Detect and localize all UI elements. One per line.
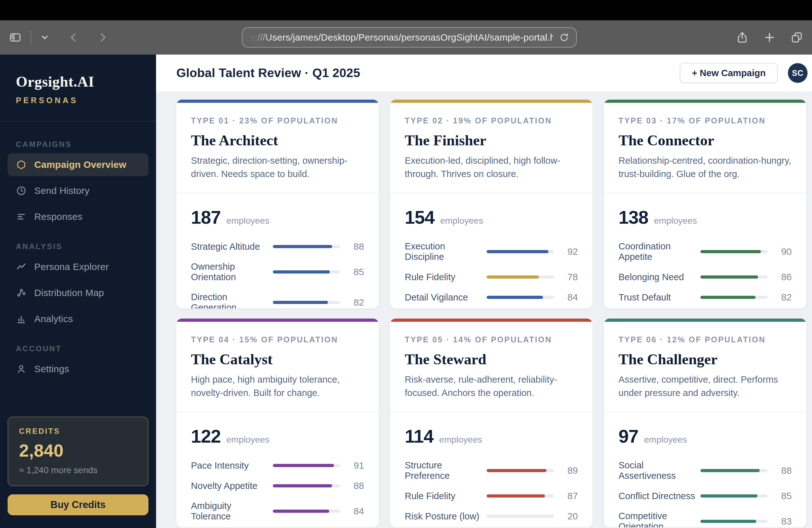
- card-header: TYPE 05 · 14% OF POPULATION The Steward …: [390, 322, 593, 412]
- hexagon-icon: [16, 159, 27, 170]
- card-title: The Catalyst: [191, 351, 364, 368]
- employee-count-row: 122 employees: [191, 426, 364, 447]
- sidebar-item-analytics[interactable]: Analytics: [8, 308, 148, 330]
- metric-label: Coordination Appetite: [619, 241, 698, 262]
- employee-count: 114: [405, 426, 434, 447]
- employee-count-suffix: employees: [654, 216, 697, 226]
- new-campaign-button[interactable]: + New Campaign: [680, 63, 778, 83]
- share-icon[interactable]: [736, 31, 749, 44]
- metric-bar-fill: [487, 469, 547, 472]
- metric-row: Execution Discipline 92: [405, 241, 578, 262]
- sidebar-item-send-history[interactable]: Send History: [8, 179, 148, 202]
- card-accent-bar: [176, 318, 379, 322]
- forward-icon[interactable]: [97, 31, 109, 44]
- card-title: The Architect: [191, 132, 364, 149]
- metric-label: Novelty Appetite: [191, 481, 271, 491]
- card-title: The Challenger: [619, 351, 792, 368]
- metric-label: Direction Generation: [191, 292, 271, 309]
- sidebar-item-persona-explorer[interactable]: Persona Explorer: [8, 255, 148, 278]
- metrics-list: Execution Discipline 92 Rule Fidelity 78…: [405, 241, 578, 309]
- sidebar-item-campaign-overview[interactable]: Campaign Overview: [8, 153, 148, 176]
- metric-row: Rule Fidelity 87: [405, 490, 578, 501]
- metrics-list: Strategic Altitude 88 Ownership Orientat…: [191, 241, 364, 309]
- card-accent-bar: [604, 100, 806, 103]
- metric-bar-fill: [700, 520, 756, 523]
- metric-label: Conflict Directness: [619, 491, 698, 501]
- avatar[interactable]: SC: [788, 63, 808, 83]
- sidebar-item-label: Persona Explorer: [34, 261, 109, 272]
- employee-count-row: 97 employees: [619, 426, 792, 447]
- history-arrows: [67, 31, 109, 44]
- metric-value: 82: [345, 297, 364, 308]
- card-header: TYPE 04 · 15% OF POPULATION The Catalyst…: [176, 322, 379, 412]
- card-stats: 154 employees Execution Discipline 92 Ru…: [390, 192, 593, 309]
- employee-count-row: 114 employees: [405, 426, 578, 447]
- metric-bar-track: [487, 275, 554, 279]
- sidebar-item-label: Send History: [34, 185, 89, 196]
- metric-row: Competitive Orientation 83: [619, 511, 792, 527]
- main-header: Global Talent Review · Q1 2025 + New Cam…: [156, 55, 812, 91]
- card-stats: 114 employees Structure Preference 89 Ru…: [390, 412, 593, 527]
- metric-value: 87: [558, 490, 578, 501]
- metric-row: Belonging Need 86: [619, 272, 792, 282]
- sidebar-item-distribution-map[interactable]: Distribution Map: [8, 282, 148, 304]
- metric-bar-track: [487, 250, 554, 253]
- metric-label: Rule Fidelity: [405, 272, 485, 282]
- metric-row: Direction Generation 82: [191, 292, 364, 309]
- metric-label: Strategic Altitude: [191, 241, 271, 252]
- sidebar-item-settings[interactable]: Settings: [8, 358, 148, 381]
- metric-value: 86: [772, 272, 792, 282]
- employee-count-suffix: employees: [440, 216, 483, 226]
- sidebar-item-label: Responses: [34, 211, 83, 222]
- metric-label: Execution Discipline: [405, 241, 485, 262]
- back-icon[interactable]: [67, 31, 80, 44]
- metric-label: Belonging Need: [619, 272, 698, 282]
- buy-credits-button[interactable]: Buy Credits: [8, 494, 148, 515]
- scatter-icon: [16, 287, 27, 298]
- metric-bar-track: [273, 464, 340, 467]
- metric-bar-fill: [700, 275, 758, 279]
- metric-bar-track: [487, 515, 554, 518]
- metric-bar-fill: [700, 469, 760, 472]
- card-accent-bar: [604, 318, 806, 322]
- cards-grid: TYPE 01 · 23% OF POPULATION The Architec…: [156, 91, 812, 527]
- metric-bar-track: [700, 494, 768, 498]
- new-tab-icon[interactable]: [763, 31, 776, 44]
- nav-section: CAMPAIGNS Campaign Overview Send History…: [0, 140, 156, 228]
- employee-count-suffix: employees: [439, 435, 482, 445]
- card-accent-bar: [390, 100, 593, 103]
- sidebar-toggle-icon[interactable]: [9, 31, 21, 44]
- card-stats: 122 employees Pace Intensity 91 Novelty …: [176, 412, 379, 527]
- card-header: TYPE 01 · 23% OF POPULATION The Architec…: [176, 103, 379, 192]
- employee-count-suffix: employees: [227, 435, 269, 445]
- credits-box: CREDITS 2,840 ≈ 1,240 more sends: [8, 417, 148, 486]
- metric-value: 82: [772, 292, 792, 303]
- brand-block: Orgsight.AI PERSONAS: [0, 55, 156, 105]
- sidebar-divider: [0, 121, 156, 122]
- card-type-label: TYPE 04 · 15% OF POPULATION: [191, 335, 364, 344]
- sidebar-item-label: Analytics: [34, 314, 73, 324]
- metric-label: Social Assertiveness: [619, 460, 698, 481]
- card-type-label: TYPE 03 · 17% OF POPULATION: [619, 116, 792, 125]
- metric-bar-fill: [700, 296, 756, 299]
- card-description: Execution-led, disciplined, high follow-…: [405, 154, 578, 181]
- metric-bar-track: [273, 270, 340, 273]
- metric-row: Ambiguity Tolerance 84: [191, 501, 364, 522]
- toolbar-right-group: [736, 31, 803, 44]
- metric-label: Ownership Orientation: [191, 261, 271, 282]
- sidebar-item-responses[interactable]: Responses: [8, 205, 148, 228]
- metric-bar-fill: [273, 245, 332, 248]
- sidebar-item-label: Campaign Overview: [34, 159, 126, 170]
- persona-card: TYPE 06 · 12% OF POPULATION The Challeng…: [604, 318, 806, 527]
- url-field[interactable]: e:///Users/james/Desktop/Personas/person…: [242, 27, 577, 47]
- metric-bar-track: [273, 245, 340, 248]
- metric-value: 84: [558, 292, 578, 303]
- metric-row: Pace Intensity 91: [191, 460, 364, 471]
- metric-bar-fill: [487, 275, 539, 279]
- clock-icon: [16, 185, 27, 196]
- chevron-down-icon[interactable]: [40, 33, 49, 42]
- reload-icon[interactable]: [559, 32, 569, 43]
- tab-overview-icon[interactable]: [791, 31, 803, 44]
- metric-bar-track: [273, 510, 340, 513]
- employee-count-row: 154 employees: [405, 206, 578, 228]
